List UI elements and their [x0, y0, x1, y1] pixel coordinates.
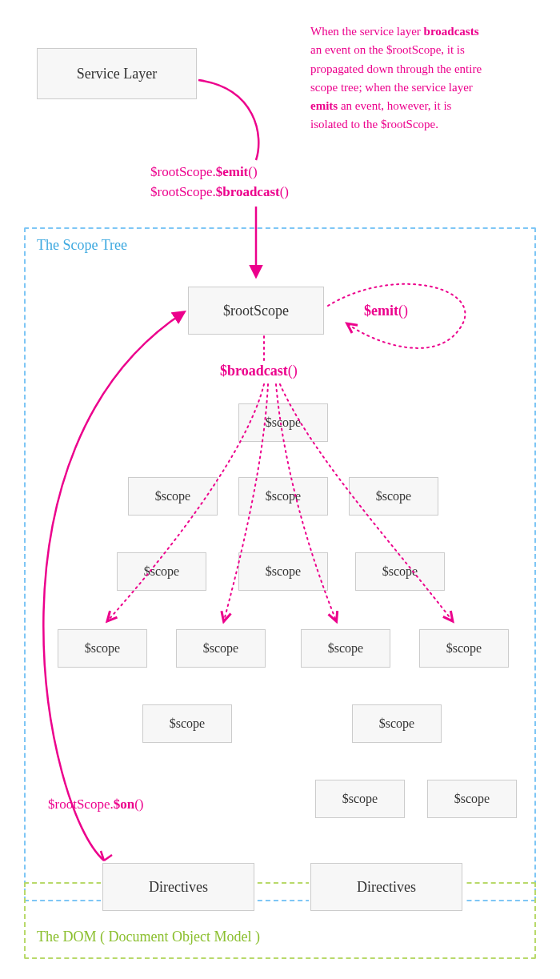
scope-label: $scope — [342, 792, 378, 806]
emit-call-b: $emit — [216, 164, 249, 179]
scope-tree-label: The Scope Tree — [37, 237, 127, 254]
rootscope-on-call: $rootScope.$on() — [48, 796, 143, 812]
emit-loop-label: $emit() — [364, 303, 408, 319]
scope-box: $scope — [142, 704, 232, 743]
dom-label-text: The DOM ( Document Object Model ) — [37, 929, 260, 945]
scope-tree-label-text: The Scope Tree — [37, 237, 127, 253]
scope-box: $scope — [352, 704, 442, 743]
scope-box: $scope — [176, 629, 266, 668]
scope-label: $scope — [376, 489, 411, 504]
desc-l3: propagated down through the entire — [310, 62, 482, 75]
emit-call-c: () — [248, 164, 257, 179]
scope-box: $scope — [238, 403, 328, 442]
description-text: When the service layer broadcasts an eve… — [310, 22, 546, 134]
scope-label: $scope — [170, 716, 205, 731]
desc-l1a: When the service layer — [310, 25, 424, 38]
scope-label: $scope — [155, 489, 190, 504]
scope-label: $scope — [203, 641, 238, 656]
scope-box: $scope — [355, 552, 445, 591]
bcast-label-b: () — [288, 363, 298, 379]
bcast-call-b: $broadcast — [216, 184, 280, 199]
scope-label: $scope — [266, 564, 301, 579]
desc-l2: an event on the $rootScope, it is — [310, 43, 465, 56]
desc-l1b: broadcasts — [424, 25, 479, 38]
scope-box: $scope — [301, 629, 390, 668]
bcast-call-a: $rootScope. — [150, 184, 216, 199]
rootscope-label: $rootScope — [223, 303, 289, 319]
scope-box: $scope — [419, 629, 509, 668]
scope-box: $scope — [349, 477, 438, 516]
emit-loop-a: $emit — [364, 303, 398, 319]
scope-box: $scope — [58, 629, 147, 668]
scope-label: $scope — [144, 564, 179, 579]
service-layer-box: Service Layer — [37, 48, 197, 99]
directives-box: Directives — [310, 863, 462, 911]
on-call-b: $on — [114, 796, 134, 812]
scope-box: $scope — [117, 552, 206, 591]
desc-l5b: an event, however, it is — [338, 99, 451, 112]
on-call-a: $rootScope. — [48, 796, 114, 812]
scope-box: $scope — [128, 477, 218, 516]
desc-l5a: emits — [310, 99, 338, 112]
scope-label: $scope — [85, 641, 120, 656]
directives-box: Directives — [102, 863, 254, 911]
service-layer-label: Service Layer — [77, 66, 157, 82]
broadcast-label: $broadcast() — [220, 363, 298, 379]
rootscope-broadcast-call: $rootScope.$broadcast() — [150, 184, 289, 200]
bcast-call-c: () — [280, 184, 289, 199]
scope-box: $scope — [427, 780, 517, 818]
scope-label: $scope — [328, 641, 363, 656]
scope-label: $scope — [266, 415, 301, 430]
rootscope-box: $rootScope — [188, 287, 324, 335]
directives-label: Directives — [357, 879, 416, 896]
scope-box: $scope — [238, 477, 328, 516]
scope-label: $scope — [379, 716, 414, 731]
emit-loop-b: () — [398, 303, 408, 319]
scope-box: $scope — [315, 780, 405, 818]
directives-label: Directives — [149, 879, 208, 896]
desc-l4: scope tree; when the service layer — [310, 81, 473, 94]
scope-label: $scope — [446, 641, 482, 656]
on-call-c: () — [134, 796, 143, 812]
desc-l6: isolated to the $rootScope. — [310, 118, 438, 130]
scope-label: $scope — [454, 792, 490, 806]
scope-label: $scope — [266, 489, 301, 504]
emit-call-a: $rootScope. — [150, 164, 216, 179]
scope-box: $scope — [238, 552, 328, 591]
rootscope-emit-call: $rootScope.$emit() — [150, 164, 258, 180]
dom-label: The DOM ( Document Object Model ) — [37, 929, 260, 945]
scope-label: $scope — [382, 564, 418, 579]
bcast-label-a: $broadcast — [220, 363, 288, 379]
